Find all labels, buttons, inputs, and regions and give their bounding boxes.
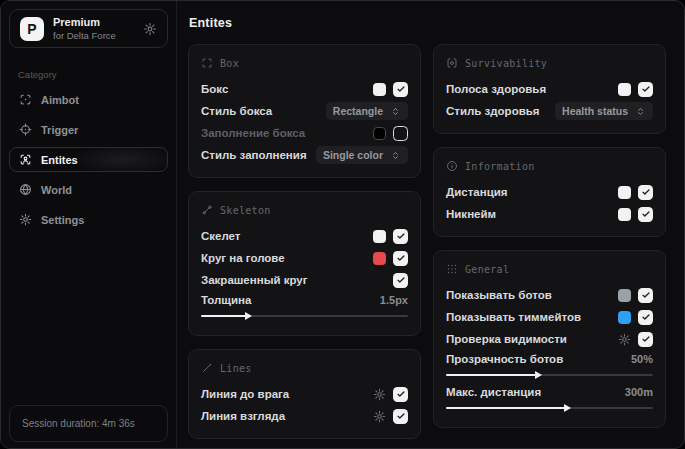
card-information: Information Дистанция Никнейм xyxy=(433,147,666,237)
setting-row: Стиль бокса Rectangle xyxy=(201,100,408,122)
card-survivability: Survivability Полоса здоровья Стиль здор… xyxy=(433,44,666,134)
checkbox[interactable] xyxy=(638,207,653,222)
sidebar-item-label: Entites xyxy=(41,154,78,166)
setting-label: Полоса здоровья xyxy=(446,83,546,95)
checkbox[interactable] xyxy=(393,82,408,97)
checkbox[interactable] xyxy=(393,409,408,424)
setting-row: Стиль здоровья Health status xyxy=(446,100,653,122)
checkbox[interactable] xyxy=(638,288,653,303)
entity-scan-icon xyxy=(19,153,32,166)
sidebar-item-world[interactable]: World xyxy=(9,177,168,202)
checkbox[interactable] xyxy=(638,332,653,347)
slider-thumb[interactable] xyxy=(564,404,571,412)
card-header: General xyxy=(446,263,653,275)
dropdown[interactable]: Rectangle xyxy=(326,102,408,120)
gear-icon[interactable] xyxy=(373,388,386,401)
slider-setting-row: Толщина 1.5px xyxy=(201,291,408,324)
color-swatch[interactable] xyxy=(618,311,631,324)
color-swatch[interactable] xyxy=(373,83,386,96)
sidebar-item-label: Aimbot xyxy=(41,94,79,106)
setting-label: Дистанция xyxy=(446,186,507,198)
sidebar-item-aimbot[interactable]: Aimbot xyxy=(9,87,168,112)
color-swatch[interactable] xyxy=(373,127,386,140)
sidebar-item-trigger[interactable]: Trigger xyxy=(9,117,168,142)
slider[interactable] xyxy=(446,407,653,409)
setting-label: Показывать тиммейтов xyxy=(446,311,581,323)
slider[interactable] xyxy=(446,374,653,376)
card-header: Box xyxy=(201,57,408,69)
color-swatch[interactable] xyxy=(618,289,631,302)
setting-label: Никнейм xyxy=(446,208,496,220)
checkbox[interactable] xyxy=(638,310,653,325)
gear-icon[interactable] xyxy=(373,410,386,423)
sidebar-item-settings[interactable]: Settings xyxy=(9,207,168,232)
premium-title: Premium xyxy=(53,16,116,28)
setting-label: Проверка видимости xyxy=(446,333,567,345)
scan-box-icon xyxy=(201,57,213,69)
health-icon xyxy=(446,57,458,69)
slider-thumb[interactable] xyxy=(245,312,252,320)
card-title: Information xyxy=(465,161,535,172)
card-header: Information xyxy=(446,160,653,172)
slider-value: 50% xyxy=(631,353,653,365)
setting-label: Показывать ботов xyxy=(446,289,552,301)
color-swatch[interactable] xyxy=(618,208,631,221)
sidebar-item-label: Settings xyxy=(41,214,84,226)
page-title: Entites xyxy=(189,16,674,30)
card-title: Box xyxy=(220,58,239,69)
setting-label: Круг на голове xyxy=(201,252,285,264)
checkbox[interactable] xyxy=(393,387,408,402)
card-title: Survivability xyxy=(465,58,547,69)
app-logo: P xyxy=(20,17,44,41)
dropdown-value: Single color xyxy=(323,149,383,161)
updown-icon xyxy=(635,106,646,117)
color-swatch[interactable] xyxy=(618,83,631,96)
gear-icon[interactable] xyxy=(618,333,631,346)
color-swatch[interactable] xyxy=(373,252,386,265)
card-header: Skeleton xyxy=(201,204,408,216)
card-lines: Lines Линия до врага Линия взгляда xyxy=(188,349,421,439)
card-title: General xyxy=(465,264,509,275)
checkbox[interactable] xyxy=(638,185,653,200)
dropdown[interactable]: Health status xyxy=(555,102,653,120)
setting-label: Толщина xyxy=(201,294,251,306)
updown-icon xyxy=(390,106,401,117)
card-header: Survivability xyxy=(446,57,653,69)
setting-label: Линия до врага xyxy=(201,388,289,400)
checkbox[interactable] xyxy=(393,126,408,141)
color-swatch[interactable] xyxy=(618,186,631,199)
color-swatch[interactable] xyxy=(373,230,386,243)
updown-icon xyxy=(390,150,401,161)
setting-row: Заполнение бокса xyxy=(201,122,408,144)
slider-thumb[interactable] xyxy=(535,371,542,379)
setting-row: Линия взгляда xyxy=(201,405,408,427)
setting-label: Стиль бокса xyxy=(201,105,272,117)
checkbox[interactable] xyxy=(393,251,408,266)
setting-row: Проверка видимости xyxy=(446,328,653,350)
left-column: Box Бокс Стиль бокса Rectangle Заполнени… xyxy=(188,44,421,439)
sidebar: P Premium for Delta Force Category Aimbo… xyxy=(1,1,177,448)
crosshair-scan-icon xyxy=(19,93,32,106)
premium-subtitle: for Delta Force xyxy=(53,30,116,41)
right-column: Survivability Полоса здоровья Стиль здор… xyxy=(433,44,666,428)
sidebar-item-label: Trigger xyxy=(41,124,78,136)
session-duration-label: Session duration: 4m 36s xyxy=(22,418,135,429)
sidebar-item-label: World xyxy=(41,184,72,196)
gear-icon[interactable] xyxy=(143,22,157,36)
gear-icon xyxy=(19,213,32,226)
sidebar-item-entites[interactable]: Entites xyxy=(9,147,168,172)
dropdown-value: Health status xyxy=(562,105,628,117)
checkbox[interactable] xyxy=(393,273,408,288)
checkbox[interactable] xyxy=(638,82,653,97)
card-skeleton: Skeleton Скелет Круг на голове Закрашенн… xyxy=(188,191,421,336)
card-general: General Показывать ботов Показывать тимм… xyxy=(433,250,666,428)
setting-row: Линия до врага xyxy=(201,383,408,405)
main-content: Entites Box Бокс Стиль бокса Rectangle З… xyxy=(177,1,684,448)
slider[interactable] xyxy=(201,315,408,317)
setting-label: Стиль заполнения xyxy=(201,149,307,161)
slider-setting-row: Прозрачность ботов 50% xyxy=(446,350,653,383)
checkbox[interactable] xyxy=(393,229,408,244)
setting-label: Закрашенный круг xyxy=(201,274,308,286)
info-icon xyxy=(446,160,458,172)
dropdown[interactable]: Single color xyxy=(316,146,408,164)
